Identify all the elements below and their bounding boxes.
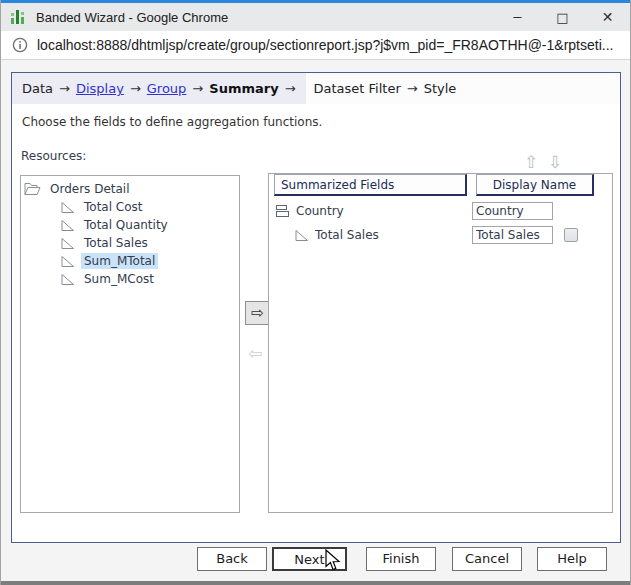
browser-window: Banded Wizard - Google Chrome ─ □ ✕ loca… [0,0,631,585]
move-down-icon[interactable]: ⇩ [548,153,562,171]
field-icon [60,273,75,286]
minimize-button[interactable]: ─ [495,3,540,31]
app-favicon [10,9,26,25]
tree-node-label-selected[interactable]: Sum_MTotal [81,253,158,269]
breadcrumb-arrow: → [59,81,70,96]
back-button[interactable]: Back [197,547,267,571]
breadcrumb-step-style: Style [424,81,457,96]
summarized-field-label[interactable]: Country [296,204,344,218]
resources-label: Resources: [21,149,86,163]
field-icon [60,237,75,250]
field-icon [60,201,75,214]
display-name-input-country[interactable] [472,202,553,220]
resources-tree: Orders Detail Total Cost Total Quantity [21,176,239,288]
breadcrumb-step-dataset-filter: Dataset Filter [314,81,401,96]
tree-node-label[interactable]: Total Sales [81,235,151,251]
tree-node-label[interactable]: Orders Detail [47,181,133,197]
window-controls: ─ □ ✕ [495,3,630,31]
table-row: Country [269,202,612,220]
help-button[interactable]: Help [537,547,607,571]
tree-node-sum-mtotal[interactable]: Sum_MTotal [21,252,239,270]
summarized-fields-panel: Summarized Fields Display Name Country T… [268,173,613,513]
tree-node-label[interactable]: Total Quantity [81,217,171,233]
address-bar[interactable]: localhost:8888/dhtmljsp/create/group/sec… [1,31,630,60]
breadcrumb-arrow: → [192,81,203,96]
tree-node-label[interactable]: Total Cost [81,199,146,215]
breadcrumb-arrow: → [285,81,296,96]
title-bar[interactable]: Banded Wizard - Google Chrome ─ □ ✕ [1,3,630,31]
breadcrumb-arrow: → [130,81,141,96]
cancel-button[interactable]: Cancel [452,547,522,571]
maximize-button[interactable]: □ [540,3,585,31]
field-icon [294,229,309,242]
display-name-header[interactable]: Display Name [476,174,594,196]
url-text[interactable]: localhost:8888/dhtmljsp/create/group/sec… [37,37,613,53]
summarized-field-label[interactable]: Total Sales [315,228,379,242]
move-up-icon[interactable]: ⇧ [524,153,538,171]
tree-node-total-sales[interactable]: Total Sales [21,234,239,252]
open-folder-icon [24,182,41,196]
tree-node-total-quantity[interactable]: Total Quantity [21,216,239,234]
field-icon [60,219,75,232]
window-bottom-edge [1,581,630,585]
close-button[interactable]: ✕ [585,3,630,31]
distinct-checkbox[interactable] [564,228,578,242]
field-icon [60,255,75,268]
page-info-icon[interactable] [12,37,28,53]
next-button[interactable]: Next [272,547,347,571]
table-row: Total Sales [269,226,612,244]
remove-field-icon-disabled: ⇦ [248,343,262,363]
tree-node-total-cost[interactable]: Total Cost [21,198,239,216]
tree-node-sum-mcost[interactable]: Sum_MCost [21,270,239,288]
breadcrumb-arrow: → [407,81,418,96]
add-field-button[interactable]: ⇨ [245,301,270,325]
instruction-text: Choose the fields to define aggregation … [22,115,322,129]
breadcrumb-step-display[interactable]: Display [76,81,124,96]
wizard-panel: Data → Display → Group → Summary → Datas… [11,72,621,543]
summarized-fields-header[interactable]: Summarized Fields [274,174,467,196]
finish-button[interactable]: Finish [366,547,436,571]
breadcrumb-step-group[interactable]: Group [147,81,187,96]
window-title: Banded Wizard - Google Chrome [36,10,228,25]
breadcrumb-step-data: Data [22,81,53,96]
breadcrumb-future-steps: Dataset Filter → Style [306,73,620,104]
table-header-row: Summarized Fields Display Name [269,174,612,196]
breadcrumb: Data → Display → Group → Summary → Datas… [12,73,620,104]
display-name-input-total-sales[interactable] [472,226,553,244]
tree-node-label[interactable]: Sum_MCost [81,271,157,287]
group-icon [274,204,290,218]
tree-node-orders-detail[interactable]: Orders Detail [21,180,239,198]
breadcrumb-step-summary: Summary [209,81,278,96]
resources-tree-panel: Orders Detail Total Cost Total Quantity [20,175,240,513]
